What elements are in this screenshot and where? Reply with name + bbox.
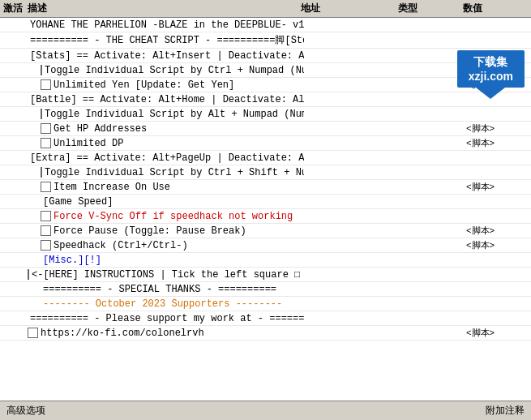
row-text: Item Increase On Use [54, 182, 170, 193]
table-row: Unlimited DP <脚本> [0, 136, 531, 151]
script-badge: <脚本> [466, 226, 495, 236]
row-text: Toggle Individual Script by Alt + Numpad… [45, 109, 304, 120]
cell-desc: -------- October 2023 Supporters -------… [24, 298, 304, 310]
table-row: ========== - THE CHEAT SCRIPT - ========… [0, 32, 531, 49]
table-row: [Battle] == Activate: Alt+Home | Deactiv… [0, 92, 531, 107]
row-text: Unlimited Yen [Update: Get Yen] [54, 79, 234, 91]
cell-desc: [Stats] == Activate: Alt+Insert | Deacti… [24, 50, 304, 62]
cell-desc: [Misc.][!] [24, 255, 304, 266]
row-text: Get HP Addresses [54, 123, 147, 135]
col-value-header: 数值 [463, 2, 528, 15]
cell-desc: ========== - THE CHEAT SCRIPT - ========… [24, 33, 304, 47]
row-checkbox[interactable] [41, 138, 51, 148]
table-row: Get HP Addresses <脚本> [0, 122, 531, 136]
cell-desc: https://ko-fi.com/colonelrvh [24, 328, 304, 339]
table-row: Item Increase On Use <脚本> [0, 180, 531, 195]
row-text: [Extra] == Activate: Alt+PageUp | Deacti… [30, 152, 304, 164]
table-row: -------- October 2023 Supporters -------… [0, 297, 531, 311]
cell-desc: Toggle Individual Script by Alt + Numpad… [24, 109, 304, 120]
cell-desc: Item Increase On Use [24, 182, 304, 193]
cell-desc: YOHANE THE PARHELION -BLAZE in the DEEPB… [24, 19, 304, 31]
cell-desc: Toggle Individual Script by Ctrl + Shift… [24, 167, 304, 178]
cell-desc: Unlimited Yen [Update: Get Yen] [24, 79, 304, 91]
cell-value: <脚本> [466, 137, 531, 149]
row-checkbox[interactable] [41, 79, 51, 90]
table-row: [Stats] == Activate: Alt+Insert | Deacti… [0, 49, 531, 63]
row-text: Unlimited DP [54, 138, 123, 149]
table-row: Toggle Individual Script by Ctrl + Shift… [0, 165, 531, 180]
table-row: https://ko-fi.com/colonelrvh <脚本> [0, 326, 531, 341]
row-text: -------- October 2023 Supporters -------… [43, 298, 282, 310]
table-row: <-[HERE] INSTRUCTIONS | Tick the left sq… [0, 268, 531, 282]
row-text: Toggle Individual Script by Ctrl + Shift… [45, 167, 304, 178]
row-text: [Battle] == Activate: Alt+Home | Deactiv… [30, 94, 304, 105]
row-checkbox[interactable] [41, 211, 51, 221]
script-badge: <脚本> [466, 241, 495, 251]
table-row: YOHANE THE PARHELION -BLAZE in the DEEPB… [0, 18, 531, 32]
row-text: YOHANE THE PARHELION -BLAZE in the DEEPB… [30, 19, 304, 31]
row-text: Toggle Individual Script by Ctrl + Numpa… [45, 65, 304, 76]
cell-desc: ========== - Please support my work at -… [24, 313, 304, 324]
row-checkbox[interactable] [41, 182, 51, 192]
row-text: https://ko-fi.com/colonelrvh [41, 328, 204, 339]
table-row: Toggle Individual Script by Alt + Numpad… [0, 107, 531, 122]
cell-value: <脚本> [466, 181, 531, 193]
cell-desc: Toggle Individual Script by Ctrl + Numpa… [24, 65, 304, 76]
cell-desc: Get HP Addresses [24, 123, 304, 135]
table-row: Toggle Individual Script by Ctrl + Numpa… [0, 63, 531, 78]
cell-value: <脚本> [466, 327, 531, 339]
cell-desc: <-[HERE] INSTRUCTIONS | Tick the left sq… [24, 269, 304, 281]
row-checkbox[interactable] [28, 328, 38, 338]
row-text: ========== - Please support my work at -… [30, 313, 304, 324]
col-type-header: 类型 [398, 2, 463, 15]
table-row: Unlimited Yen [Update: Get Yen] <脚本> [0, 78, 531, 92]
table-row: Speedhack (Ctrl+/Ctrl-) <脚本> [0, 238, 531, 253]
cell-value: <脚本> [466, 122, 531, 135]
row-checkbox[interactable] [41, 240, 51, 251]
cell-desc: [Extra] == Activate: Alt+PageUp | Deacti… [24, 152, 304, 164]
row-text: [Stats] == Activate: Alt+Insert | Deacti… [30, 50, 304, 62]
row-text: [Misc.][!] [43, 255, 101, 266]
row-text: ========== - THE CHEAT SCRIPT - ========… [30, 33, 304, 47]
col-active-header: 激活 [3, 2, 28, 15]
add-comment-link[interactable]: 附加注释 [486, 404, 525, 418]
script-badge: <脚本> [466, 124, 495, 134]
row-checkbox[interactable] [28, 269, 29, 280]
row-text: [Game Speed] [43, 196, 113, 208]
script-badge: <脚本> [466, 328, 495, 338]
cell-desc: ========== - SPECIAL THANKS - ========== [24, 284, 304, 295]
row-text: Speedhack (Ctrl+/Ctrl-) [54, 240, 188, 251]
cell-desc: Speedhack (Ctrl+/Ctrl-) [24, 240, 304, 251]
col-addr-header: 地址 [301, 2, 398, 15]
cell-desc: Force Pause (Toggle: Pause Break) [24, 225, 304, 237]
row-checkbox[interactable] [41, 225, 51, 236]
row-text: Force V-Sync Off if speedhack not workin… [54, 211, 293, 222]
table-row: ========== - Please support my work at -… [0, 311, 531, 326]
row-checkbox[interactable] [41, 167, 42, 178]
table-row: Force V-Sync Off if speedhack not workin… [0, 209, 531, 224]
cell-desc: Unlimited DP [24, 138, 304, 149]
header-row: 激活 描述 地址 类型 数值 [0, 0, 531, 18]
bottom-bar: 高级选项 附加注释 [0, 401, 531, 420]
row-text: ========== - SPECIAL THANKS - ========== [43, 284, 276, 295]
script-badge: <脚本> [466, 80, 495, 90]
cell-desc: Force V-Sync Off if speedhack not workin… [24, 211, 304, 222]
table-row: [Game Speed] [0, 195, 531, 209]
script-badge: <脚本> [466, 139, 495, 148]
row-checkbox[interactable] [41, 109, 42, 119]
row-checkbox[interactable] [41, 65, 42, 75]
row-text: Force Pause (Toggle: Pause Break) [54, 225, 246, 237]
table-row: ========== - SPECIAL THANKS - ========== [0, 282, 531, 297]
cell-value: <脚本> [466, 79, 531, 91]
table-row: [Misc.][!] [0, 253, 531, 268]
table-row: Force Pause (Toggle: Pause Break) <脚本> [0, 224, 531, 238]
advanced-options-link[interactable]: 高级选项 [6, 404, 45, 418]
cell-value: <脚本> [466, 239, 531, 251]
col-desc-header: 描述 [28, 2, 301, 15]
table-row: [Extra] == Activate: Alt+PageUp | Deacti… [0, 151, 531, 165]
cell-desc: [Battle] == Activate: Alt+Home | Deactiv… [24, 94, 304, 105]
script-badge: <脚本> [466, 182, 495, 192]
row-checkbox[interactable] [41, 123, 51, 134]
cell-desc: [Game Speed] [24, 196, 304, 208]
cell-value: <脚本> [466, 225, 531, 237]
